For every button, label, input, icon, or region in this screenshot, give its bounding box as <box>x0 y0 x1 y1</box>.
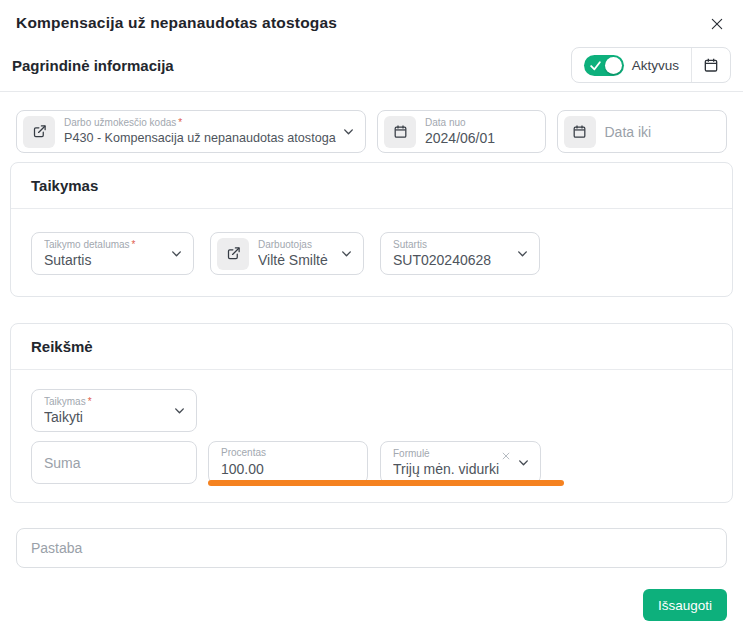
reiksme-header: Reikšmė <box>11 324 732 370</box>
active-toggle[interactable]: Aktyvus <box>572 48 691 82</box>
close-icon[interactable] <box>707 14 727 34</box>
taikymas-section: Taikymas Taikymo detalumas* Sutartis <box>10 162 733 297</box>
percent-input[interactable] <box>221 461 357 477</box>
field-content: Data nuo 2024/06/01 <box>425 117 535 146</box>
application-detail-select[interactable]: Taikymo detalumas* Sutartis <box>31 232 194 275</box>
toggle-switch <box>584 55 624 76</box>
compensation-modal: Kompensacija už nepanaudotas atostogas P… <box>0 0 743 644</box>
calendar-icon <box>384 116 416 148</box>
salary-code-select[interactable]: Darbo užmokesčio kodas* P430 - Kompensac… <box>16 110 366 153</box>
section-title: Reikšmė <box>31 338 93 355</box>
field-label: Darbuotojas <box>258 239 312 250</box>
clear-x-icon[interactable] <box>501 451 511 461</box>
field-content: Taikymas* Taikyti <box>44 396 167 425</box>
field-label: Taikymas <box>44 396 86 407</box>
note-input-field <box>16 528 727 568</box>
sum-input[interactable] <box>44 455 186 471</box>
field-label: Data nuo <box>425 117 466 128</box>
status-toggle-group: Aktyvus <box>571 47 731 83</box>
reiksme-section: Reikšmė Taikymas* Taikyti <box>10 323 733 503</box>
toggle-knob <box>605 57 622 74</box>
field-value: Viltė Smiltė <box>258 252 334 268</box>
taikymas-body: Taikymo detalumas* Sutartis Darbuotojas … <box>11 209 732 296</box>
chevron-down-icon <box>173 404 186 417</box>
sum-input-field <box>31 441 197 484</box>
calendar-icon <box>703 57 719 73</box>
calendar-icon <box>564 116 596 148</box>
chevron-down-icon <box>170 247 183 260</box>
field-label: Sutartis <box>393 239 427 250</box>
percent-input-field: Procentas <box>208 441 368 484</box>
field-content: Darbo užmokesčio kodas* P430 - Kompensac… <box>64 117 336 146</box>
field-value: 2024/06/01 <box>425 130 535 146</box>
field-label: Procentas <box>221 447 266 458</box>
section-title: Taikymas <box>31 177 98 194</box>
save-button[interactable]: Išsaugoti <box>643 589 727 621</box>
employee-select[interactable]: Darbuotojas Viltė Smiltė <box>210 232 364 275</box>
apply-select[interactable]: Taikymas* Taikyti <box>31 389 197 432</box>
chevron-down-icon <box>517 456 530 469</box>
chevron-down-icon <box>342 125 355 138</box>
field-value: SUT020240628 <box>393 252 510 268</box>
external-link-icon <box>23 116 55 148</box>
field-value: Trijų mėn. vidurkis <box>393 461 499 477</box>
chevron-down-icon <box>516 247 529 260</box>
reiksme-body: Taikymas* Taikyti Procentas <box>11 370 732 502</box>
note-input[interactable] <box>31 540 712 556</box>
page-title: Kompensacija už nepanaudotas atostogas <box>16 14 337 32</box>
field-content: Formulė Trijų mėn. vidurkis <box>393 448 499 477</box>
modal-header: Kompensacija už nepanaudotas atostogas <box>0 0 743 34</box>
field-label: Taikymo detalumas <box>44 239 130 250</box>
required-mark: * <box>178 117 182 128</box>
field-value: Sutartis <box>44 252 164 268</box>
modal-footer: Išsaugoti <box>16 589 727 621</box>
main-section-header: Pagrindinė informacija Aktyvus <box>12 47 731 83</box>
chevron-down-icon <box>340 247 353 260</box>
field-label: Formulė <box>393 448 430 459</box>
divider <box>0 91 743 92</box>
external-link-icon <box>217 238 249 270</box>
field-placeholder: Data iki <box>605 124 717 140</box>
toggle-label: Aktyvus <box>632 58 679 73</box>
required-mark: * <box>132 239 136 250</box>
contract-select[interactable]: Sutartis SUT020240628 <box>380 232 540 275</box>
field-value: P430 - Kompensacija už nepanaudotas atos… <box>64 130 336 146</box>
date-from-field[interactable]: Data nuo 2024/06/01 <box>377 110 546 153</box>
section-title: Pagrindinė informacija <box>12 57 174 74</box>
taikymas-header: Taikymas <box>11 163 732 209</box>
formula-select[interactable]: Formulė Trijų mėn. vidurkis <box>380 441 541 484</box>
check-icon <box>589 59 602 72</box>
field-content: Sutartis SUT020240628 <box>393 239 510 268</box>
field-content: Taikymo detalumas* Sutartis <box>44 239 164 268</box>
date-to-field[interactable]: Data iki <box>557 110 728 153</box>
top-fields-row: Darbo užmokesčio kodas* P430 - Kompensac… <box>16 110 727 153</box>
calendar-icon-button[interactable] <box>692 48 730 82</box>
field-content: Data iki <box>605 124 717 140</box>
field-content: Darbuotojas Viltė Smiltė <box>258 239 334 268</box>
field-content: Procentas <box>221 447 357 478</box>
highlight-underline <box>208 480 564 486</box>
field-label: Darbo užmokesčio kodas <box>64 117 176 128</box>
required-mark: * <box>88 396 92 407</box>
field-value: Taikyti <box>44 409 167 425</box>
